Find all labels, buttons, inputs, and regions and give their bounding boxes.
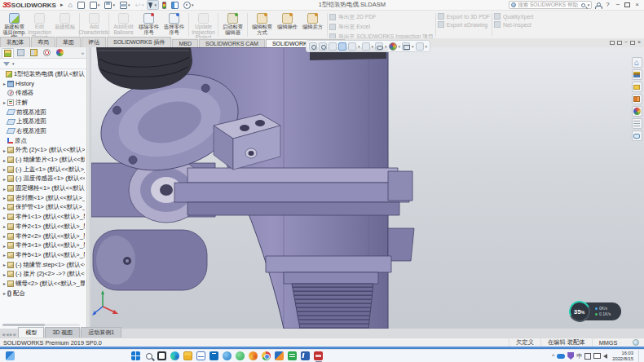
- options-table-button[interactable]: [170, 1, 180, 10]
- zoom-area-icon[interactable]: [319, 42, 327, 51]
- dimxpertmanager-tab[interactable]: [41, 48, 53, 58]
- tree-row[interactable]: ▸(-) 接片 (2)<2> ->? (默认<<默认>: [0, 269, 85, 279]
- select-caret-icon[interactable]: ▾: [154, 2, 157, 7]
- doc-minimize-button[interactable]: −: [624, 39, 628, 46]
- chrome-taskbar-button[interactable]: [260, 350, 273, 362]
- save-button[interactable]: ▾: [103, 1, 117, 10]
- expand-arrow-icon[interactable]: ▸: [2, 205, 7, 210]
- taskbar-clock[interactable]: 16:03 2022/8/15: [610, 351, 633, 361]
- rebuild-button[interactable]: [161, 1, 168, 10]
- qq-browser-taskbar-button[interactable]: [221, 350, 234, 362]
- undo-caret-icon[interactable]: ▾: [142, 2, 144, 7]
- file-explorer-tab[interactable]: [632, 82, 642, 92]
- volume-icon[interactable]: [603, 354, 607, 359]
- search-taskbar-button[interactable]: [143, 350, 156, 362]
- display-icon[interactable]: [593, 353, 601, 359]
- tree-row[interactable]: ▸外壳 (2)<1> (默认<<默认>_显示状: [0, 146, 85, 156]
- caj-viewer-taskbar-button[interactable]: [273, 350, 286, 362]
- configurationmanager-tab[interactable]: [28, 48, 40, 58]
- tree-row[interactable]: ▸零件2<1> (默认<<默认>_显示状态: [0, 222, 85, 232]
- expand-arrow-icon[interactable]: ▸: [2, 148, 7, 153]
- tree-row[interactable]: 原点: [0, 136, 85, 146]
- custom-properties-tab[interactable]: [632, 118, 642, 129]
- print-button[interactable]: ▾: [118, 1, 132, 10]
- file-explorer-taskbar-button[interactable]: [182, 350, 195, 362]
- start-taskbar-button[interactable]: [130, 350, 143, 362]
- tree-row[interactable]: ▸保护管<1> (默认<<默认>_显示状态: [0, 203, 85, 213]
- close-button[interactable]: ×: [633, 1, 641, 9]
- widgets-icon[interactable]: [6, 351, 15, 360]
- help-search-box[interactable]: 搜索 SOLIDWORKS 帮助 ▾: [509, 1, 592, 9]
- undo-button[interactable]: ↩▾: [133, 1, 145, 10]
- print-caret-icon[interactable]: ▾: [128, 2, 130, 7]
- expand-arrow-icon[interactable]: ▸: [2, 280, 7, 286]
- edge-taskbar-button[interactable]: [169, 350, 182, 362]
- tree-row[interactable]: ▸零件2<2> (默认<<默认>_显示状态: [0, 232, 85, 241]
- design-library-tab[interactable]: [632, 69, 642, 80]
- tree-row[interactable]: ▸零件3<1> (默认<<默认>_显示状态: [0, 241, 85, 250]
- tree-row[interactable]: ▸History: [0, 79, 85, 89]
- onedrive-icon[interactable]: [557, 354, 565, 359]
- tree-row[interactable]: ▸注解: [0, 98, 85, 108]
- solidworks-taskbar-button[interactable]: [312, 350, 325, 362]
- search-caret-icon[interactable]: ▾: [588, 2, 590, 7]
- tab-nav-prev-icon[interactable]: ◀: [6, 332, 9, 337]
- displaymanager-tab[interactable]: [54, 48, 66, 58]
- expand-arrow-icon[interactable]: ▸: [2, 243, 7, 249]
- settings-button[interactable]: ▾: [182, 1, 196, 10]
- net-speed-widget[interactable]: 0K/s 0.1K/s 35%: [569, 301, 621, 322]
- settings-caret-icon[interactable]: ▾: [192, 2, 194, 7]
- previous-view-icon[interactable]: [329, 42, 337, 51]
- expand-arrow-icon[interactable]: ▸: [2, 195, 7, 201]
- expand-arrow-icon[interactable]: ▸: [2, 166, 7, 172]
- tab-nav-last-icon[interactable]: ▶: [14, 332, 17, 337]
- menu-flyout-arrow-icon[interactable]: ▸: [60, 2, 64, 8]
- app-green-taskbar-button[interactable]: [234, 350, 247, 362]
- edit-appearance-icon[interactable]: [389, 42, 397, 51]
- tab-装配体[interactable]: 装配体: [0, 37, 30, 47]
- wps-taskbar-button[interactable]: [286, 350, 299, 362]
- expand-arrow-icon[interactable]: ▸: [2, 272, 7, 277]
- edit-operations-button[interactable]: 编辑操作: [275, 11, 300, 38]
- word-taskbar-button[interactable]: [299, 350, 312, 362]
- display-style-icon[interactable]: [362, 42, 370, 51]
- mail-taskbar-button[interactable]: [195, 350, 208, 362]
- search-icon[interactable]: [581, 3, 585, 7]
- units-caret-icon[interactable]: ·: [620, 340, 621, 345]
- tree-row[interactable]: ▸(-) 绝缘管.step<1> (默认<<默认>: [0, 260, 85, 270]
- expand-arrow-icon[interactable]: ▸: [2, 262, 7, 267]
- show-desktop-button[interactable]: [638, 350, 641, 362]
- section-view-icon[interactable]: [338, 42, 346, 51]
- tree-row[interactable]: ▸(-) 上盖<1> (默认<<默认>_显示状: [0, 165, 85, 174]
- scrollbar-thumb[interactable]: [2, 324, 45, 326]
- restore-button[interactable]: [624, 2, 630, 7]
- solidworks-resources-tab[interactable]: ⌂: [632, 57, 642, 68]
- tree-row[interactable]: ▸螺母<2> (默认<<默认>_显示状态: [0, 279, 85, 289]
- tree-row[interactable]: ▸配合: [0, 289, 85, 298]
- store-taskbar-button[interactable]: [208, 350, 221, 362]
- edit-vendors-button[interactable]: 编辑卖方: [300, 11, 325, 38]
- view-settings-icon[interactable]: [416, 42, 424, 51]
- edit-inspection-methods-button[interactable]: 编辑检查方式: [249, 11, 275, 38]
- appearances-scenes-tab[interactable]: [632, 106, 642, 117]
- tab-solidworks-插件[interactable]: SOLIDWORKS 插件: [107, 37, 171, 47]
- help-button[interactable]: ?: [604, 1, 611, 9]
- tab-mbd[interactable]: MBD: [172, 39, 198, 47]
- panel-tabs-overflow-icon[interactable]: »: [82, 51, 86, 55]
- tree-row[interactable]: 传感器: [0, 88, 85, 98]
- doc-restore-button[interactable]: [630, 41, 635, 45]
- expand-arrow-icon[interactable]: ▸: [2, 290, 7, 296]
- new-document-button[interactable]: [76, 1, 86, 10]
- tree-row[interactable]: ▸零件1<1> (默认<<默认>_显示状态: [0, 212, 85, 222]
- zoom-fit-icon[interactable]: [309, 42, 317, 51]
- tree-filter-bar[interactable]: ▾: [0, 59, 86, 69]
- expand-arrow-icon[interactable]: ▸: [2, 176, 7, 182]
- expand-arrow-icon[interactable]: ▸: [2, 157, 7, 163]
- apply-scene-icon[interactable]: [402, 42, 410, 51]
- expand-arrow-icon[interactable]: ▸: [2, 186, 7, 192]
- display-style-caret-icon[interactable]: ▾: [372, 44, 374, 49]
- doc-window-icon[interactable]: [610, 41, 615, 45]
- expand-arrow-icon[interactable]: ▸: [2, 81, 7, 86]
- view-orientation-icon[interactable]: [348, 42, 356, 51]
- home-button[interactable]: ⌂: [66, 1, 73, 10]
